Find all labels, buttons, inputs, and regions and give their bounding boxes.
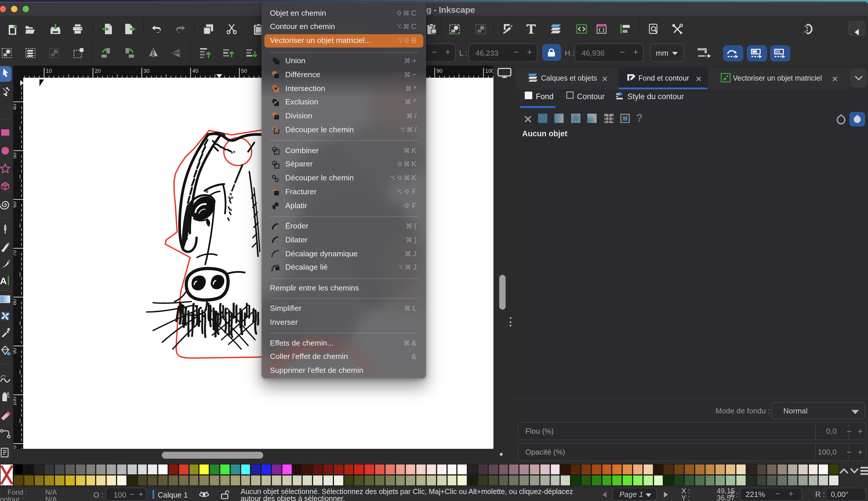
svg-text:A: A (0, 275, 7, 286)
svg-text:70: 70 (13, 250, 17, 256)
svg-text:90: 90 (13, 348, 17, 354)
svg-text:40: 40 (13, 104, 17, 110)
svg-text:50: 50 (13, 152, 17, 159)
svg-text:110: 110 (13, 446, 17, 449)
svg-text:30: 30 (143, 67, 149, 74)
svg-text:90: 90 (436, 67, 442, 74)
svg-text:10: 10 (45, 67, 52, 74)
svg-text:100: 100 (13, 397, 17, 406)
svg-text:100: 100 (485, 67, 493, 74)
svg-text:80: 80 (13, 299, 17, 305)
svg-text:40: 40 (192, 67, 198, 74)
svg-text:20: 20 (94, 67, 100, 74)
svg-text:60: 60 (13, 202, 17, 207)
svg-text:50: 50 (241, 67, 247, 74)
